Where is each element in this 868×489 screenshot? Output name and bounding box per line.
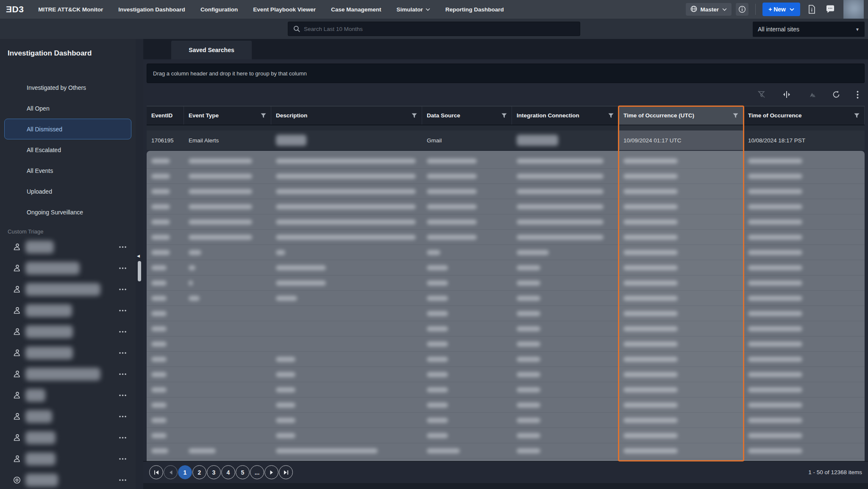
redacted-text bbox=[151, 235, 170, 240]
clear-sort-icon[interactable] bbox=[807, 91, 816, 98]
redacted-row bbox=[147, 428, 865, 443]
page-button-3[interactable]: 3 bbox=[207, 465, 221, 479]
column-header-eventid[interactable]: EventID bbox=[147, 106, 184, 125]
custom-triage-item[interactable] bbox=[0, 364, 136, 385]
custom-triage-item[interactable] bbox=[0, 427, 136, 448]
column-header-label: Event Type bbox=[189, 112, 219, 119]
search-input[interactable] bbox=[304, 26, 575, 32]
redacted-text bbox=[748, 418, 802, 423]
more-options-icon[interactable] bbox=[117, 393, 128, 398]
page-button-5[interactable]: 5 bbox=[236, 465, 250, 479]
sidebar-item-all-dismissed[interactable]: All Dismissed bbox=[4, 119, 131, 139]
sidebar-item-all-open[interactable]: All Open bbox=[4, 98, 131, 119]
more-options-icon[interactable] bbox=[117, 287, 128, 292]
filter-icon[interactable] bbox=[498, 113, 507, 118]
more-options-icon[interactable] bbox=[117, 456, 128, 461]
page-button-1[interactable]: 1 bbox=[178, 465, 192, 479]
column-header-integration-connection[interactable]: Integration Connection bbox=[512, 106, 619, 125]
redacted-text bbox=[517, 235, 604, 240]
custom-triage-item[interactable] bbox=[0, 258, 136, 279]
custom-triage-item[interactable] bbox=[0, 385, 136, 406]
nav-item-mitre-att-ck-monitor[interactable]: MITRE ATT&CK Monitor bbox=[38, 6, 103, 13]
sidebar-scrollbar-thumb[interactable] bbox=[138, 261, 141, 281]
document-icon[interactable] bbox=[804, 2, 819, 17]
cell-value: Gmail bbox=[427, 137, 442, 144]
more-options-icon[interactable] bbox=[117, 350, 128, 356]
more-options-icon[interactable] bbox=[857, 91, 859, 99]
column-header-event-type[interactable]: Event Type bbox=[184, 106, 271, 125]
column-header-time-of-occurrence-utc[interactable]: Time of Occurrence (UTC) bbox=[619, 106, 743, 125]
cell-data-source: Gmail bbox=[422, 131, 512, 150]
more-options-icon[interactable] bbox=[117, 372, 128, 377]
more-options-icon[interactable] bbox=[117, 414, 128, 419]
table-header-row: EventIDEvent TypeDescriptionData SourceI… bbox=[147, 106, 865, 125]
column-header-description[interactable]: Description bbox=[271, 106, 422, 125]
chat-icon[interactable] bbox=[823, 2, 837, 17]
filter-icon[interactable] bbox=[257, 113, 266, 118]
custom-triage-item[interactable] bbox=[0, 279, 136, 300]
more-options-icon[interactable] bbox=[117, 266, 128, 271]
column-header-time-of-occurrence[interactable]: Time of Occurrence bbox=[743, 106, 865, 125]
global-search-box[interactable] bbox=[288, 22, 580, 36]
filter-icon[interactable] bbox=[408, 113, 417, 118]
more-options-icon[interactable] bbox=[117, 244, 128, 250]
nav-item-simulator[interactable]: Simulator bbox=[396, 6, 430, 13]
filter-icon[interactable] bbox=[605, 113, 614, 118]
filter-icon[interactable] bbox=[729, 113, 738, 118]
page-number: 5 bbox=[241, 469, 245, 476]
custom-triage-item[interactable] bbox=[0, 321, 136, 342]
sidebar-collapse-icon[interactable]: ◀ bbox=[137, 254, 140, 258]
custom-triage-item[interactable] bbox=[0, 300, 136, 321]
master-site-dropdown[interactable]: Master bbox=[686, 3, 732, 16]
column-resize-icon[interactable] bbox=[782, 91, 791, 98]
avatar[interactable] bbox=[843, 0, 864, 19]
filter-icon[interactable] bbox=[851, 113, 860, 118]
nav-item-reporting-dashboard[interactable]: Reporting Dashboard bbox=[445, 6, 504, 13]
new-button[interactable]: + New bbox=[762, 3, 800, 16]
custom-triage-item[interactable] bbox=[0, 342, 136, 364]
clear-filter-icon[interactable] bbox=[757, 91, 766, 98]
sites-dropdown[interactable]: All internal sites ▼ bbox=[753, 22, 865, 37]
custom-triage-item[interactable] bbox=[0, 406, 136, 427]
more-pages-button[interactable]: ... bbox=[250, 465, 264, 479]
nav-item-event-playbook-viewer[interactable]: Event Playbook Viewer bbox=[253, 6, 316, 13]
redacted-text bbox=[623, 311, 678, 316]
info-icon[interactable] bbox=[736, 3, 748, 16]
next-page-button[interactable] bbox=[264, 465, 278, 479]
redacted-text bbox=[25, 283, 100, 296]
sidebar-item-label: All Open bbox=[27, 105, 50, 112]
redacted-text bbox=[151, 311, 167, 316]
custom-triage-item[interactable] bbox=[0, 470, 136, 489]
tab-saved-searches[interactable]: Saved Searches bbox=[171, 41, 252, 59]
sidebar-item-all-escalated[interactable]: All Escalated bbox=[4, 139, 131, 160]
last-page-button[interactable] bbox=[279, 465, 293, 479]
column-header-data-source[interactable]: Data Source bbox=[422, 106, 512, 125]
custom-triage-item[interactable] bbox=[0, 448, 136, 470]
nav-item-case-management[interactable]: Case Management bbox=[331, 6, 381, 13]
search-icon bbox=[293, 25, 300, 32]
first-page-button[interactable] bbox=[149, 465, 163, 479]
more-options-icon[interactable] bbox=[117, 435, 128, 440]
custom-triage-item[interactable] bbox=[0, 236, 136, 258]
refresh-icon[interactable] bbox=[832, 90, 840, 99]
sidebar-item-uploaded[interactable]: Uploaded bbox=[4, 181, 131, 202]
page-button-2[interactable]: 2 bbox=[192, 465, 206, 479]
table-row[interactable]: 1706195Email AlertsGmail10/09/2024 01:17… bbox=[147, 131, 865, 150]
nav-item-configuration[interactable]: Configuration bbox=[200, 6, 238, 13]
page-button-4[interactable]: 4 bbox=[221, 465, 235, 479]
redacted-text bbox=[276, 372, 295, 377]
more-options-icon[interactable] bbox=[117, 329, 128, 334]
redacted-text bbox=[427, 342, 448, 347]
sidebar-item-investigated-by-others[interactable]: Investigated by Others bbox=[4, 77, 131, 98]
redacted-row bbox=[147, 214, 865, 230]
sidebar-item-ongoing-surveillance[interactable]: Ongoing Surveillance bbox=[4, 202, 131, 222]
previous-page-button[interactable] bbox=[164, 465, 178, 479]
redacted-row bbox=[147, 184, 865, 199]
redacted-text bbox=[276, 250, 285, 255]
groupby-dropzone[interactable]: Drag a column header and drop it here to… bbox=[147, 64, 865, 83]
nav-item-investigation-dashboard[interactable]: Investigation Dashboard bbox=[118, 6, 185, 13]
sidebar-item-all-events[interactable]: All Events bbox=[4, 160, 131, 181]
more-options-icon[interactable] bbox=[117, 478, 128, 483]
redacted-text bbox=[748, 448, 802, 453]
more-options-icon[interactable] bbox=[117, 308, 128, 313]
